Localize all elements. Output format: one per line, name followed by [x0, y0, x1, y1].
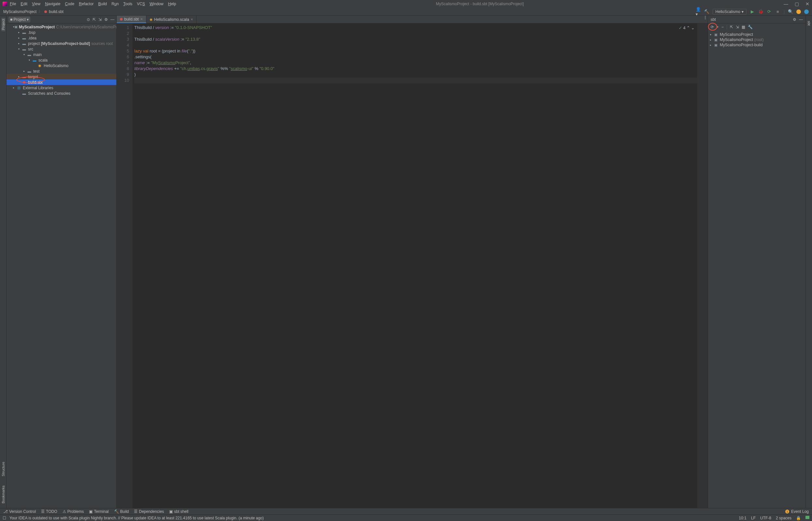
- code-editor[interactable]: 1 2 3 4 5 6 7 8 9 10 ThisBuild / version…: [117, 23, 708, 508]
- expand-icon[interactable]: ⇱: [730, 25, 733, 29]
- tool-project-tab[interactable]: Project: [1, 18, 5, 31]
- tree-idea[interactable]: ▸▬.idea: [6, 35, 116, 41]
- tree-main[interactable]: ▾▬main: [6, 52, 116, 57]
- chevron-down-icon[interactable]: ⌄: [691, 25, 695, 30]
- project-view-selector[interactable]: ■ Project ▾: [8, 17, 30, 22]
- menu-refactor[interactable]: Refactor: [79, 2, 93, 6]
- lock-icon[interactable]: 🔒: [796, 516, 801, 520]
- ide-help-icon[interactable]: [804, 9, 809, 14]
- left-tool-gutter: Project Structure Bookmarks: [0, 16, 6, 508]
- tool-sbt-shell[interactable]: ▣sbt shell: [169, 509, 188, 514]
- maximize-button[interactable]: ▢: [795, 1, 799, 6]
- hide-panel-icon[interactable]: —: [110, 17, 114, 22]
- line-number: 1: [117, 25, 129, 30]
- menu-file[interactable]: File: [10, 2, 16, 6]
- editor-marker-bar[interactable]: [697, 23, 708, 508]
- hammer-icon[interactable]: 🔨: [704, 9, 709, 14]
- select-icon[interactable]: ▦: [742, 25, 745, 29]
- titlebar: File Edit View Navigate Code Refactor Bu…: [0, 0, 812, 8]
- indent-setting[interactable]: 2 spaces: [776, 516, 791, 520]
- cursor-position[interactable]: 10:1: [739, 516, 747, 520]
- tool-terminal[interactable]: ▣Terminal: [89, 509, 109, 514]
- breadcrumb-root[interactable]: MyScalismoProject: [3, 9, 37, 14]
- menu-navigate[interactable]: Navigate: [45, 2, 60, 6]
- close-tab-icon[interactable]: ×: [191, 17, 193, 22]
- collapse-all-icon[interactable]: ⇲: [99, 17, 102, 22]
- refresh-icon[interactable]: ⟳: [711, 25, 714, 29]
- tree-hello-scalismo[interactable]: ◉HelloScalismo: [6, 63, 116, 68]
- update-available-icon[interactable]: [796, 9, 801, 14]
- tree-scala[interactable]: ▾▬scala: [6, 57, 116, 63]
- tree-target[interactable]: ▸▬target: [6, 74, 116, 80]
- tree-scratches[interactable]: ▬Scratches and Consoles: [6, 91, 116, 96]
- menu-run[interactable]: Run: [111, 2, 119, 6]
- tree-src[interactable]: ▾▬src: [6, 46, 116, 52]
- tree-bsp[interactable]: ▸▬.bsp: [6, 30, 116, 35]
- collapse-icon[interactable]: ⇲: [736, 25, 739, 29]
- menu-help[interactable]: Help: [168, 2, 176, 6]
- expand-all-icon[interactable]: ⇱: [92, 17, 96, 22]
- close-tab-icon[interactable]: ×: [141, 17, 143, 22]
- label: MyScalismoProject-build: [720, 43, 763, 47]
- run-configuration-selector[interactable]: HelloScalismo ▾: [712, 9, 747, 15]
- coverage-button[interactable]: ⟳: [767, 9, 772, 14]
- run-button[interactable]: ▶: [750, 9, 755, 14]
- menu-view[interactable]: View: [32, 2, 40, 6]
- tool-todo[interactable]: ☰TODO: [41, 509, 57, 514]
- wrench-icon[interactable]: 🔧: [748, 25, 753, 29]
- sbt-root[interactable]: ▾▣MyScalismoProject: [708, 32, 806, 37]
- select-opened-file-icon[interactable]: ⊙: [87, 17, 90, 22]
- line-number-gutter[interactable]: 1 2 3 4 5 6 7 8 9 10: [117, 23, 132, 508]
- add-user-icon[interactable]: 👤▾: [696, 9, 701, 14]
- label: External Libraries: [23, 86, 53, 90]
- breadcrumb[interactable]: MyScalismoProject 〉 build.sbt: [3, 9, 64, 14]
- menu-build[interactable]: Build: [98, 2, 107, 6]
- sbt-node-root[interactable]: ▸▣MyScalismoProject(root): [708, 37, 806, 42]
- breadcrumb-file[interactable]: build.sbt: [49, 9, 64, 14]
- tool-sbt-tab[interactable]: sbt: [807, 20, 811, 27]
- remove-icon[interactable]: −: [721, 25, 724, 29]
- debug-button[interactable]: 🐞: [758, 9, 764, 14]
- chevron-up-icon[interactable]: ⌃: [686, 25, 690, 30]
- menu-vcs[interactable]: VCS: [137, 2, 145, 6]
- tool-bookmarks-tab[interactable]: Bookmarks: [1, 484, 5, 505]
- label: Build: [120, 509, 129, 514]
- tool-dependencies[interactable]: ☰Dependencies: [134, 509, 164, 514]
- project-tree[interactable]: ▾▣MyScalismoProjectC:\Users\marce\tmp\My…: [6, 23, 116, 508]
- menu-tools[interactable]: Tools: [123, 2, 132, 6]
- menu-code[interactable]: Code: [65, 2, 74, 6]
- add-icon[interactable]: +: [717, 25, 719, 29]
- project-view-label: Project: [14, 17, 26, 22]
- hide-panel-icon[interactable]: —: [799, 17, 803, 22]
- list-icon: ☰: [41, 509, 45, 514]
- tab-build-sbt[interactable]: build.sbt×: [117, 16, 146, 23]
- tool-problems[interactable]: ⚠Problems: [63, 509, 84, 514]
- line-separator[interactable]: LF: [751, 516, 755, 520]
- tree-build-sbt[interactable]: build.sbt: [6, 80, 116, 85]
- settings-icon[interactable]: ⚙: [793, 17, 796, 22]
- editor-tabs-options[interactable]: [703, 16, 708, 23]
- tool-structure-tab[interactable]: Structure: [1, 460, 5, 478]
- status-message[interactable]: Your IDEA is outdated to use with Scala …: [9, 516, 264, 520]
- inspection-indicator[interactable]: ✓4 ⌃ ⌄: [679, 25, 695, 30]
- tree-test[interactable]: ▸▬test: [6, 68, 116, 74]
- tree-external-libraries[interactable]: ▸▥External Libraries: [6, 85, 116, 91]
- menu-window[interactable]: Window: [150, 2, 164, 6]
- tool-event-log[interactable]: Event Log: [791, 509, 809, 514]
- file-encoding[interactable]: UTF-8: [760, 516, 771, 520]
- close-button[interactable]: ✕: [806, 1, 809, 6]
- menu-edit[interactable]: Edit: [21, 2, 27, 6]
- tab-hello-scalismo[interactable]: ◉HelloScalismo.scala×: [146, 16, 196, 23]
- warning-count: 4: [683, 25, 685, 30]
- settings-icon[interactable]: ⚙: [104, 17, 108, 22]
- tool-build[interactable]: 🔨Build: [114, 509, 129, 514]
- tool-version-control[interactable]: ⎇Version Control: [3, 509, 36, 514]
- search-icon[interactable]: 🔍: [788, 9, 793, 14]
- code-content[interactable]: ThisBuild / version := "0.1.0-SNAPSHOT" …: [132, 23, 697, 508]
- sbt-project-tree[interactable]: ▾▣MyScalismoProject ▸▣MyScalismoProject(…: [708, 30, 806, 49]
- tree-root[interactable]: ▾▣MyScalismoProjectC:\Users\marce\tmp\My…: [6, 24, 116, 30]
- minimize-button[interactable]: —: [784, 1, 788, 6]
- tree-project[interactable]: ▸▬project [MyScalismoProject-build]sourc…: [6, 41, 116, 46]
- memory-indicator-icon[interactable]: [806, 516, 809, 519]
- sbt-node-build[interactable]: ▸▣MyScalismoProject-build: [708, 42, 806, 48]
